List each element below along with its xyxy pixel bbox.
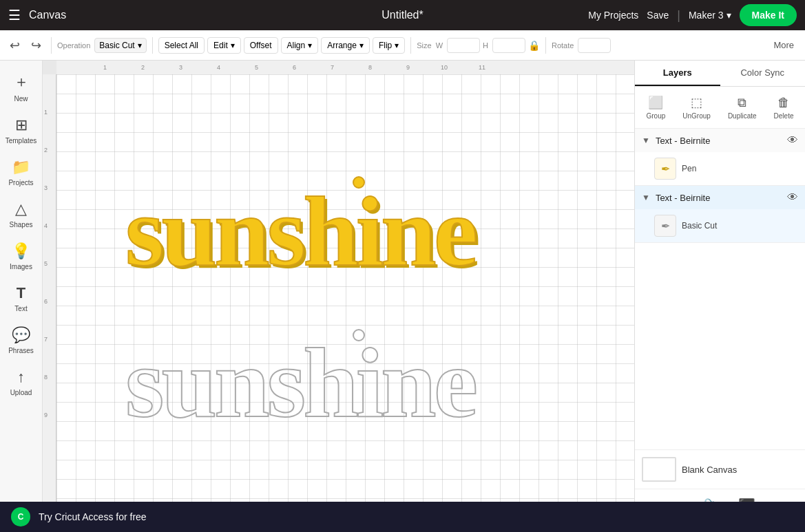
save-link[interactable]: Save: [647, 10, 669, 21]
more-button[interactable]: More: [768, 37, 799, 53]
top-bar-center: Untitled*: [381, 9, 423, 21]
ungroup-label: UnGroup: [682, 112, 711, 120]
sunshine-yellow-text: sunshine: [125, 174, 475, 288]
right-panel: Layers Color Sync ⬜ Group ⬚ UnGroup ⧉ Du…: [634, 61, 805, 532]
flip-button[interactable]: Flip ▾: [373, 37, 405, 54]
delete-button[interactable]: 🗑 Delete: [769, 93, 799, 123]
separator: |: [677, 8, 680, 23]
layer-group-2-chevron: ▼: [642, 193, 650, 202]
layer-item-pen-name: Pen: [682, 164, 798, 173]
sidebar-item-templates-label: Templates: [6, 137, 37, 145]
layer-group-2-title: Text - Beirnite: [656, 193, 782, 203]
rotate-input[interactable]: [578, 38, 611, 53]
sidebar-item-shapes[interactable]: △ Shapes: [2, 195, 41, 234]
menu-icon[interactable]: ☰: [8, 7, 21, 23]
layer-item-basic-cut[interactable]: ✒ Basic Cut: [635, 209, 805, 242]
height-input[interactable]: [492, 38, 525, 53]
my-projects-link[interactable]: My Projects: [588, 10, 638, 21]
layer-item-pen[interactable]: ✒ Pen: [635, 152, 805, 185]
upload-icon: ↑: [17, 368, 25, 386]
tab-layers[interactable]: Layers: [635, 61, 720, 86]
offset-button[interactable]: Offset: [244, 37, 278, 54]
canvas-grid: sunshine sunshine: [56, 74, 634, 511]
delete-label: Delete: [774, 112, 794, 120]
new-icon: ＋: [14, 72, 29, 92]
toolbar-divider-2: [152, 37, 153, 54]
sidebar-item-projects[interactable]: 📁 Projects: [2, 153, 41, 192]
ruler-num-1: 1: [103, 64, 107, 71]
shapes-icon: △: [15, 200, 27, 218]
layer-item-pen-thumb: ✒: [654, 158, 676, 180]
tab-color-sync[interactable]: Color Sync: [720, 61, 806, 86]
arrange-label: Arrange: [327, 41, 357, 50]
machine-name: Maker 3: [689, 10, 724, 21]
top-bar-right: My Projects Save | Maker 3 ▾ Make It: [588, 4, 797, 26]
phrases-icon: 💬: [12, 326, 30, 344]
undo-button[interactable]: ↩: [6, 35, 24, 56]
sunshine-yellow-dot: [353, 176, 365, 189]
toolbar-divider-1: [51, 37, 52, 54]
ruler-num-10: 10: [441, 64, 448, 71]
ruler-num-8: 8: [368, 64, 372, 71]
size-group: Size W H 🔒: [417, 38, 540, 53]
document-title[interactable]: Untitled*: [381, 9, 423, 21]
ruler-left-num-5: 5: [44, 260, 48, 267]
main-layout: ＋ New ⊞ Templates 📁 Projects △ Shapes 💡 …: [0, 61, 805, 532]
group-button[interactable]: ⬜ Group: [641, 92, 671, 123]
align-button[interactable]: Align ▾: [281, 37, 319, 54]
arrange-button[interactable]: Arrange ▾: [321, 37, 370, 54]
operation-select[interactable]: Basic Cut ▾: [94, 38, 146, 53]
lock-icon[interactable]: 🔒: [528, 40, 540, 51]
height-label: H: [483, 41, 488, 50]
ruler-top: 1 2 3 4 5 6 7 8 9 10 11: [56, 61, 634, 74]
redo-button[interactable]: ↪: [27, 35, 45, 56]
ruler-num-4: 4: [217, 64, 220, 71]
ungroup-button[interactable]: ⬚ UnGroup: [677, 92, 716, 123]
sidebar-item-templates[interactable]: ⊞ Templates: [2, 111, 41, 150]
select-all-button[interactable]: Select All: [158, 37, 205, 54]
sidebar-item-phrases[interactable]: 💬 Phrases: [2, 321, 41, 360]
sidebar-item-images[interactable]: 💡 Images: [2, 237, 41, 276]
sidebar-item-text[interactable]: T Text: [2, 279, 41, 318]
ruler-num-9: 9: [406, 64, 410, 71]
select-all-label: Select All: [165, 41, 198, 50]
layer-group-2-header[interactable]: ▼ Text - Beirnite 👁: [635, 186, 805, 209]
cricut-logo-icon: C: [18, 512, 24, 522]
cricut-access-text: Try Cricut Access for free: [39, 511, 147, 522]
layer-group-1: ▼ Text - Beirnite 👁 ✒ Pen: [635, 129, 805, 186]
sidebar-item-upload[interactable]: ↑ Upload: [2, 363, 41, 402]
layers-content: ▼ Text - Beirnite 👁 ✒ Pen ▼ Text - Beirn…: [635, 129, 805, 449]
ungroup-icon: ⬚: [691, 95, 702, 110]
operation-label: Operation: [57, 41, 90, 50]
ruler-num-2: 2: [141, 64, 145, 71]
arrange-chevron-icon: ▾: [359, 41, 364, 50]
group-label: Group: [647, 112, 666, 120]
layer-group-1-visibility[interactable]: 👁: [787, 134, 798, 147]
toolbar-divider-3: [410, 37, 411, 54]
width-label: W: [436, 41, 443, 50]
canvas-area[interactable]: 1 2 3 4 5 6 7 8 9 10 11 1 2 3 4 5 6 7 8 …: [43, 61, 634, 532]
duplicate-button[interactable]: ⧉ Duplicate: [722, 93, 762, 123]
width-input[interactable]: [447, 38, 480, 53]
ruler-left-num-1: 1: [44, 109, 48, 116]
cricut-banner[interactable]: C Try Cricut Access for free: [0, 502, 805, 532]
layer-group-2-visibility[interactable]: 👁: [787, 191, 798, 204]
panel-tabs: Layers Color Sync: [635, 61, 805, 87]
ruler-left-num-8: 8: [44, 374, 48, 381]
layer-group-1-header[interactable]: ▼ Text - Beirnite 👁: [635, 129, 805, 152]
flip-label: Flip: [379, 41, 392, 50]
size-label: Size: [417, 41, 431, 50]
sidebar-item-shapes-label: Shapes: [10, 221, 33, 228]
edit-chevron-icon: ▾: [231, 41, 235, 50]
machine-selector[interactable]: Maker 3 ▾: [689, 10, 731, 21]
sidebar-item-new[interactable]: ＋ New: [2, 66, 41, 108]
edit-button[interactable]: Edit ▾: [207, 37, 241, 54]
ruler-left: 1 2 3 4 5 6 7 8 9: [43, 74, 56, 532]
rotate-label: Rotate: [552, 41, 574, 50]
layer-item-basic-cut-name: Basic Cut: [682, 221, 798, 231]
ruler-left-num-2: 2: [44, 147, 48, 153]
sidebar-item-upload-label: Upload: [10, 389, 32, 396]
ruler-left-num-4: 4: [44, 222, 48, 229]
make-it-button[interactable]: Make It: [740, 4, 797, 26]
ruler-num-11: 11: [479, 64, 485, 71]
